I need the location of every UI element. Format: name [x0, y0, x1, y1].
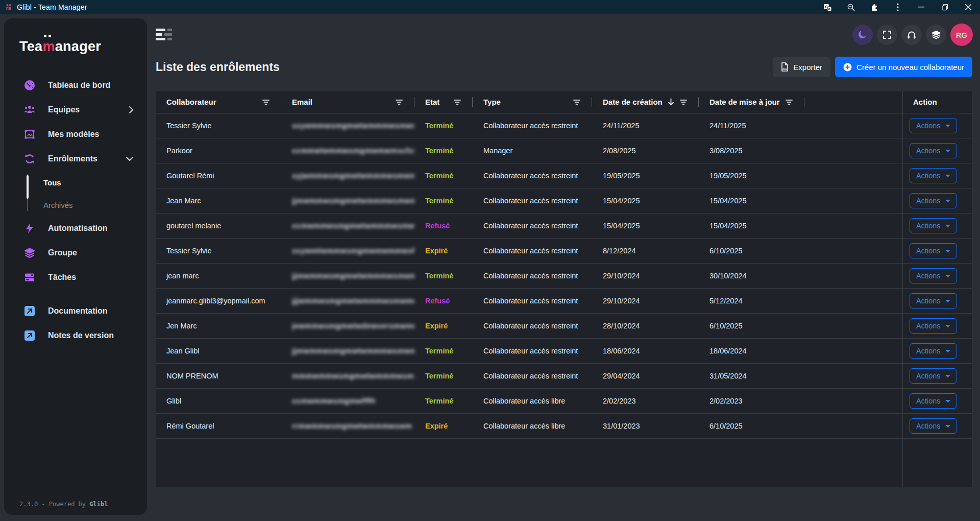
chevron-right-icon [129, 106, 134, 114]
sidebar-item-label: Tableau de bord [48, 81, 110, 90]
extensions-icon[interactable] [863, 0, 886, 14]
row-actions-button[interactable]: Actions [910, 393, 957, 409]
cell-date-creation: 29/10/2024 [592, 297, 699, 305]
caret-down-icon [945, 425, 950, 428]
sidebar-link-documentation[interactable]: Documentation [4, 299, 147, 323]
table-row: Jen Marc jewmmwsmgmwtwdewversmwmm Expiré… [156, 314, 972, 339]
col-collaborateur: Collaborateur [156, 91, 281, 113]
table-header: Collaborateur Email Etat Type Date de cr… [156, 91, 972, 113]
create-collaborator-button[interactable]: Créer un nouveau collaborateur [835, 57, 972, 77]
row-actions-button[interactable]: Actions [910, 218, 957, 233]
sidebar-item-equipes[interactable]: Equipes [4, 98, 147, 122]
caret-down-icon [945, 400, 950, 402]
logo-accent: m [42, 39, 55, 54]
cell-action: Actions [902, 343, 972, 359]
svg-text:csv: csv [782, 67, 788, 70]
row-actions-button[interactable]: Actions [910, 143, 957, 158]
actions-label: Actions [916, 272, 941, 280]
cell-etat-badge: Refusé [414, 297, 473, 305]
sidebar-item-taches[interactable]: Tâches [4, 265, 147, 290]
frame-icon [23, 128, 36, 140]
sidebar-item-tableau-de-bord[interactable]: Tableau de bord [4, 73, 147, 98]
avatar[interactable]: RG [950, 23, 973, 46]
menu-dots-icon[interactable] [886, 0, 910, 14]
sidebar-toggle-icon[interactable] [156, 29, 176, 45]
restore-icon[interactable] [933, 0, 957, 14]
row-actions-button[interactable]: Actions [910, 243, 957, 258]
cell-type: Collaborateur accès restreint [473, 247, 592, 255]
sidebar-subitem-tous[interactable]: Tous [4, 171, 147, 194]
svg-text:a: a [828, 7, 830, 11]
cell-action: Actions [902, 393, 972, 409]
cell-date-mise-a-jour: 15/04/2025 [699, 222, 804, 230]
filter-icon[interactable] [395, 99, 403, 105]
sidebar-link-label: Notes de version [48, 331, 114, 340]
cell-etat-badge: Terminé [414, 197, 473, 205]
row-actions-button[interactable]: Actions [910, 343, 957, 359]
sidebar-item-mes-modeles[interactable]: Mes modèles [4, 122, 147, 147]
cell-type: Collaborateur accès restreint [473, 347, 592, 355]
sidebar-item-automatisation[interactable]: Automatisation [4, 216, 147, 241]
cell-date-creation: 31/01/2023 [592, 422, 699, 430]
row-actions-button[interactable]: Actions [910, 368, 957, 384]
page-head: Liste des enrôlements csv Exporter Créer [156, 56, 972, 78]
cell-action: Actions [902, 318, 972, 334]
cell-etat-badge: Terminé [414, 122, 473, 130]
row-actions-button[interactable]: Actions [910, 318, 957, 334]
close-icon[interactable] [957, 0, 980, 14]
cell-etat-badge: Refusé [414, 222, 473, 230]
caret-down-icon [945, 325, 950, 327]
filter-icon[interactable] [573, 99, 581, 105]
sync-icon [23, 153, 36, 165]
row-actions-button[interactable]: Actions [910, 193, 957, 208]
cell-date-creation: 15/04/2025 [592, 222, 699, 230]
cell-email-redacted: ccmmwtwmmwsmgmwmwmscfsym [281, 147, 414, 155]
moon-icon[interactable] [852, 25, 873, 45]
sidebar-subitem-archives[interactable]: Archivés [4, 194, 147, 216]
cell-date-creation: 15/04/2025 [592, 197, 699, 205]
headset-icon[interactable] [901, 25, 922, 45]
sort-desc-icon[interactable] [668, 98, 674, 106]
external-link-icon [23, 305, 36, 317]
cell-action: Actions [902, 293, 972, 309]
filter-icon[interactable] [453, 99, 461, 105]
row-actions-button[interactable]: Actions [910, 268, 957, 283]
col-empty [804, 91, 902, 113]
cell-etat-badge: Terminé [414, 372, 473, 380]
chevron-down-icon [126, 156, 134, 161]
cell-date-creation: 29/10/2024 [592, 272, 699, 280]
cell-date-mise-a-jour: 30/10/2024 [699, 272, 804, 280]
export-button[interactable]: csv Exporter [773, 57, 830, 77]
stack-icon[interactable] [926, 25, 946, 45]
cell-type: Manager [473, 147, 592, 155]
fullscreen-icon[interactable] [877, 25, 897, 45]
row-actions-button[interactable]: Actions [910, 418, 957, 434]
cell-etat-badge: Expiré [414, 422, 473, 430]
table-row: Jean Glibl jjmwmmwsmgmwtwmmmwsmwmm Termi… [156, 339, 972, 364]
sidebar-item-enrolements[interactable]: Enrôlements [4, 147, 147, 171]
table-body: Tessier Sylvie ssywmmwsmgmwtwmmmwsmwmwcs… [156, 113, 972, 439]
window-title: Glibl - Team Manager [17, 3, 87, 11]
col-etat: Etat [414, 91, 473, 113]
row-actions-button[interactable]: Actions [910, 118, 957, 133]
search-icon[interactable] [839, 0, 863, 14]
table-row: Glibl ccmwmmwsmgmwffffr Terminé Collabor… [156, 389, 972, 414]
row-actions-button[interactable]: Actions [910, 168, 957, 183]
filter-icon[interactable] [679, 99, 688, 105]
minimize-icon[interactable] [910, 0, 933, 14]
external-link-icon [23, 329, 36, 342]
subnav-active-indicator [27, 175, 29, 199]
sidebar-link-label: Documentation [48, 306, 107, 316]
sidebar-nav: Tableau de bord Equipes [4, 73, 147, 348]
cell-action: Actions [902, 418, 972, 434]
col-action: Action [902, 91, 972, 113]
cell-date-mise-a-jour: 3/08/2025 [699, 147, 804, 155]
filter-icon[interactable] [262, 99, 270, 105]
table-row: Tessier Sylvie ssywmmwsmgmwtwmmmwsmwmwcs… [156, 113, 972, 138]
translate-icon[interactable]: G a [816, 0, 839, 14]
cell-date-creation: 8/12/2024 [592, 247, 699, 255]
row-actions-button[interactable]: Actions [910, 293, 957, 309]
sidebar-item-groupe[interactable]: Groupe [4, 241, 147, 265]
sidebar-link-notes-de-version[interactable]: Notes de version [4, 323, 147, 348]
filter-icon[interactable] [785, 99, 793, 105]
